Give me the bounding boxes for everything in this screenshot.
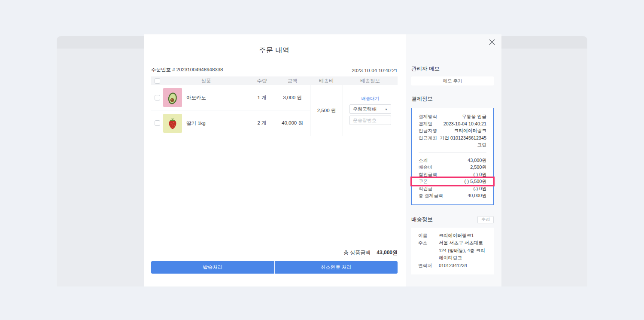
field-value: 01012341234 (439, 262, 467, 270)
total-label: 적립금 (419, 185, 432, 192)
row-checkbox[interactable] (155, 120, 160, 126)
field-value: 2023-10-04 10:40:21 (444, 120, 486, 128)
product-amount: 3,000 원 (275, 94, 310, 101)
payment-total-row: 소계 43,000원 (419, 157, 486, 164)
page-title: 주문 내역 (151, 46, 398, 55)
total-value: 2,500원 (470, 164, 486, 171)
total-value: (-) 5,500원 (464, 178, 486, 185)
header-amount: 금액 (275, 78, 310, 84)
header-product: 상품 (163, 78, 249, 84)
add-memo-button[interactable]: 메모 추가 (411, 76, 494, 85)
total-value: 43,000원 (468, 157, 486, 164)
payment-field: 입금자명 크리에이터링크 (419, 127, 486, 134)
shipping-status-label: 배송대기 (361, 96, 380, 102)
shipping-info-cell: 배송대기 우체국택배 ▼ (343, 85, 398, 136)
tracking-number-input[interactable] (349, 116, 391, 125)
order-meta-row: 주문번호 # 20231004948948338 2023-10-04 10:4… (151, 67, 398, 73)
total-label: 쿠폰 (419, 178, 428, 185)
payment-info-heading: 결제정보 (411, 95, 494, 103)
field-value: 기업 01012345612345 크링 (440, 134, 486, 149)
grand-total-value: 43,000원 (377, 249, 398, 256)
total-value: (-) 0원 (473, 171, 486, 178)
field-label: 연락처 (418, 262, 439, 270)
edit-shipping-button[interactable]: 수정 (477, 216, 494, 223)
field-label: 결제일 (419, 120, 432, 128)
total-value: 40,000원 (468, 192, 486, 199)
total-label: 배송비 (419, 164, 432, 171)
payment-total-row: 적립금 (-) 0원 (419, 185, 486, 192)
shipping-field: 연락처 01012341234 (418, 262, 488, 270)
product-name: 딸기 1kg (186, 120, 206, 127)
payment-field: 입금계좌 기업 01012345612345 크링 (419, 134, 486, 149)
total-label: 총 결제금액 (419, 192, 443, 199)
table-body: 아보카도 1 개 3,000 원 (151, 85, 398, 136)
action-bar: 발송처리 취소완료 처리 (151, 261, 398, 274)
close-icon[interactable] (489, 39, 495, 46)
payment-divider (419, 152, 486, 153)
order-items-table: 상품 수량 금액 배송비 배송정보 (151, 76, 398, 136)
shipping-field: 이름 크리에이터링크1 (418, 232, 488, 240)
payment-total-row: 배송비 2,500원 (419, 164, 486, 171)
shipping-field: 주소 서울 서초구 서초대로 124 (방배동), 4층 크리에이터링크 (418, 239, 488, 262)
product-qty: 2 개 (249, 120, 275, 126)
total-label: 소계 (419, 157, 428, 164)
field-value: 크리에이터링크1 (439, 232, 474, 240)
field-label: 결제방식 (419, 113, 437, 120)
courier-select[interactable]: 우체국택배 ▼ (349, 104, 391, 114)
header-shipping-info: 배송정보 (343, 78, 398, 84)
chevron-down-icon: ▼ (385, 108, 388, 111)
product-name: 아보카도 (186, 94, 206, 101)
row-checkbox[interactable] (155, 95, 160, 101)
table-header-row: 상품 수량 금액 배송비 배송정보 (151, 76, 398, 85)
order-details-main: 주문 내역 주문번호 # 20231004948948338 2023-10-0… (144, 34, 406, 286)
product-qty: 1 개 (249, 94, 275, 101)
header-qty: 수량 (249, 78, 275, 84)
field-label: 입금계좌 (419, 134, 437, 149)
field-label: 이름 (418, 232, 439, 240)
shipping-info-box: 이름 크리에이터링크1 주소 서울 서초구 서초대로 124 (방배동), 4층… (411, 228, 494, 275)
total-value: (-) 0원 (473, 185, 486, 192)
field-label: 입금자명 (419, 127, 437, 134)
screen: 주문 내역 주문번호 # 20231004948948338 2023-10-0… (0, 0, 644, 320)
table-row: 아보카도 1 개 3,000 원 (151, 85, 310, 110)
payment-total-row-coupon: 쿠폰 (-) 5,500원 (419, 178, 486, 185)
header-checkbox-cell (151, 78, 163, 84)
field-value: 무통장 입금 (462, 113, 486, 120)
order-number: 주문번호 # 20231004948948338 (151, 67, 223, 73)
table-row: 딸기 1kg 2 개 40,000 원 (151, 110, 310, 136)
product-amount: 40,000 원 (275, 120, 310, 126)
order-details-sidebar: 관리자 메모 메모 추가 결제정보 결제방식 무통장 입금 결제일 2023-1… (406, 34, 501, 286)
header-shipping-fee: 배송비 (310, 78, 343, 84)
payment-field: 결제일 2023-10-04 10:40:21 (419, 120, 486, 128)
avocado-product-image (163, 88, 182, 107)
payment-total-row: 총 결제금액 40,000원 (419, 192, 486, 199)
shipping-fee-cell: 2,500 원 (310, 85, 343, 136)
order-datetime: 2023-10-04 10:40:21 (352, 68, 398, 73)
strawberry-product-image (163, 114, 182, 133)
shipping-info-heading: 배송정보 (411, 216, 433, 223)
payment-field: 결제방식 무통장 입금 (419, 113, 486, 120)
field-label: 주소 (418, 239, 439, 262)
order-details-modal: 주문 내역 주문번호 # 20231004948948338 2023-10-0… (144, 34, 501, 286)
courier-selected-value: 우체국택배 (353, 106, 377, 113)
field-value: 서울 서초구 서초대로 124 (방배동), 4층 크리에이터링크 (439, 239, 488, 262)
payment-info-box: 결제방식 무통장 입금 결제일 2023-10-04 10:40:21 입금자명… (411, 108, 494, 205)
payment-total-row: 할인금액 (-) 0원 (419, 171, 486, 178)
total-label: 할인금액 (419, 171, 437, 178)
cancel-complete-button[interactable]: 취소완료 처리 (274, 261, 398, 274)
field-value: 크리에이터링크 (454, 127, 486, 134)
ship-process-button[interactable]: 발송처리 (151, 261, 274, 274)
grand-total-row: 총 상품금액 43,000원 (343, 249, 398, 256)
select-all-checkbox[interactable] (155, 78, 160, 84)
grand-total-label: 총 상품금액 (343, 249, 371, 256)
admin-memo-heading: 관리자 메모 (411, 65, 494, 73)
